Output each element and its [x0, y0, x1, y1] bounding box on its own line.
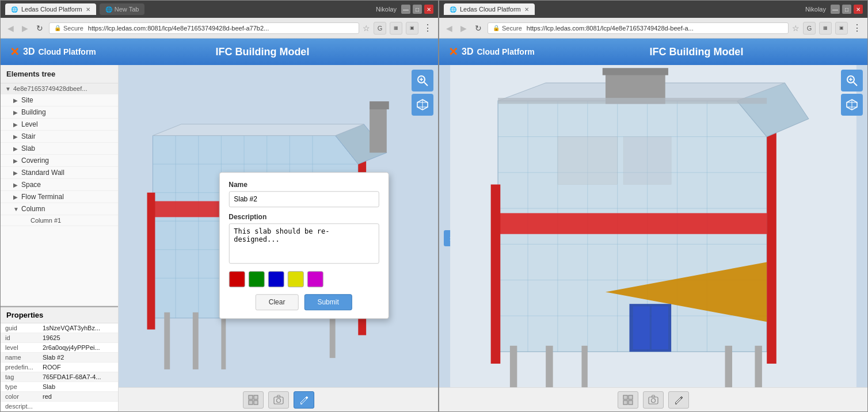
left-app-header: ✕ 3D Cloud Platform IFC Building Model	[1, 39, 438, 65]
name-input[interactable]	[229, 191, 379, 207]
properties-header: Properties	[1, 306, 118, 323]
right-ext-btn-2[interactable]: ▦	[819, 22, 832, 35]
left-3d-view-btn[interactable]	[412, 94, 433, 116]
left-forward-btn[interactable]: ▶	[20, 22, 31, 34]
tree-item-building[interactable]: ▶ Building	[1, 106, 118, 119]
tree-item-covering[interactable]: ▶ Covering	[1, 155, 118, 167]
edit-btn[interactable]	[294, 391, 314, 409]
clear-button[interactable]: Clear	[256, 294, 299, 310]
right-back-btn[interactable]: ◀	[444, 22, 455, 34]
submit-button[interactable]: Submit	[304, 294, 352, 310]
right-tab-close[interactable]: ✕	[524, 6, 529, 13]
camera-btn[interactable]	[268, 391, 289, 409]
left-refresh-btn[interactable]: ↻	[34, 22, 45, 34]
svg-line-30	[424, 82, 428, 86]
right-close-btn[interactable]: ✕	[854, 5, 863, 14]
svg-marker-43	[277, 395, 280, 397]
right-browser-tab[interactable]: 🌐 Ledas Cloud Platform ✕	[444, 3, 535, 15]
tree-item-flow-terminal[interactable]: ▶ Flow Terminal	[1, 191, 118, 203]
left-bookmark-btn[interactable]: ☆	[363, 24, 370, 33]
right-grid-view-btn[interactable]	[618, 391, 638, 409]
right-ext-btn-3[interactable]: ▣	[835, 22, 848, 35]
right-refresh-btn[interactable]: ↻	[473, 22, 484, 34]
left-logo-text: Cloud Platform	[38, 47, 96, 56]
right-3d-viewport[interactable]: »	[439, 65, 867, 411]
right-menu-btn[interactable]: ⋮	[851, 21, 863, 35]
left-app-title: IFC Building Model	[96, 46, 429, 58]
left-back-btn[interactable]: ◀	[5, 22, 16, 34]
right-forward-btn[interactable]: ▶	[458, 22, 469, 34]
left-viewport-controls	[412, 70, 433, 116]
color-swatch-yellow[interactable]	[287, 271, 303, 287]
right-minimize-btn[interactable]: —	[831, 5, 840, 14]
svg-rect-28	[370, 101, 389, 109]
left-bottom-toolbar	[119, 387, 438, 411]
right-browser-window: 🌐 Ledas Cloud Platform ✕ Nikolay — □ ✕ ◀…	[439, 0, 868, 412]
left-tab-close[interactable]: ✕	[86, 6, 90, 13]
left-ext-btn-g[interactable]: G	[374, 22, 386, 35]
color-swatch-red[interactable]	[229, 271, 245, 287]
color-swatch-green[interactable]	[248, 271, 264, 287]
tree-item-level[interactable]: ▶ Level	[1, 119, 118, 131]
left-menu-btn[interactable]: ⋮	[422, 21, 433, 35]
elements-tree[interactable]: ▼ 4e8e71653749428dbeef... ▶ Site ▶ Build…	[1, 83, 118, 306]
color-swatch-blue[interactable]	[268, 271, 284, 287]
left-ext-btn-3[interactable]: ▣	[406, 22, 418, 35]
right-ext-btn-g[interactable]: G	[803, 22, 816, 35]
zoom-icon	[416, 74, 429, 87]
left-browser-tab[interactable]: 🌐 Ledas Cloud Platform ✕	[5, 3, 96, 15]
prop-key-predefin: predefin...	[5, 364, 43, 371]
right-camera-btn[interactable]	[643, 391, 664, 409]
left-close-btn[interactable]: ✕	[424, 5, 433, 14]
prop-key-descript: descript...	[5, 403, 43, 410]
prop-row-descript: descript...	[1, 402, 118, 411]
svg-rect-19	[147, 193, 155, 330]
right-zoom-fit-btn[interactable]	[841, 70, 863, 91]
right-3d-view-btn[interactable]	[841, 94, 863, 116]
prop-key-color: color	[5, 393, 43, 400]
prop-row-level: level 2r6a0oqyj4yPPPei...	[1, 343, 118, 353]
grid-view-btn[interactable]	[243, 391, 264, 409]
right-building-3d-model	[439, 65, 867, 411]
prop-val-color: red	[43, 393, 52, 400]
right-camera-icon	[648, 395, 658, 405]
left-3d-viewport[interactable]: Name Description This slab should be re-…	[119, 65, 438, 411]
color-swatch-magenta[interactable]	[307, 271, 323, 287]
svg-rect-40	[254, 400, 258, 405]
space-label: Space	[21, 181, 41, 189]
right-maximize-btn[interactable]: □	[842, 5, 851, 14]
tree-item-column[interactable]: ▼ Column	[1, 203, 118, 215]
right-edit-btn[interactable]	[668, 391, 689, 409]
tree-item-space[interactable]: ▶ Space	[1, 179, 118, 191]
prop-key-guid: guid	[5, 325, 43, 331]
tree-root-node[interactable]: ▼ 4e8e71653749428dbeef...	[1, 83, 118, 94]
description-textarea[interactable]: This slab should be re-designed...	[229, 223, 379, 264]
tree-item-standard-wall[interactable]: ▶ Standard Wall	[1, 167, 118, 179]
left-logo-3d: 3D	[23, 47, 35, 57]
tree-item-site[interactable]: ▶ Site	[1, 94, 118, 106]
right-bookmark-btn[interactable]: ☆	[792, 24, 800, 33]
left-sidebar: Elements tree ▼ 4e8e71653749428dbeef... …	[1, 65, 119, 411]
prop-row-predefin: predefin... ROOF	[1, 363, 118, 372]
level-arrow-icon: ▶	[13, 121, 21, 128]
tree-item-column-1[interactable]: ▶ Column #1	[1, 215, 118, 226]
left-ext-btn-2[interactable]: ▦	[390, 22, 402, 35]
right-app-title: IFC Building Model	[535, 46, 858, 58]
covering-arrow-icon: ▶	[13, 158, 21, 164]
site-arrow-icon: ▶	[13, 97, 21, 104]
left-address-bar: ◀ ▶ ↻ 🔒 Secure https://lcp.ledas.com:808…	[1, 18, 438, 39]
right-address-input[interactable]: 🔒 Secure https://lcp.ledas.com:8081/lcp/…	[488, 22, 789, 34]
right-tab-label: Ledas Cloud Platform	[460, 6, 521, 13]
left-minimize-btn[interactable]: —	[401, 5, 410, 14]
tree-item-stair[interactable]: ▶ Stair	[1, 131, 118, 143]
left-zoom-fit-btn[interactable]	[412, 70, 433, 91]
column-label: Column	[21, 205, 45, 213]
edit-icon	[299, 395, 309, 405]
svg-rect-23	[164, 312, 170, 369]
prop-val-level: 2r6a0oqyj4yPPPei...	[43, 344, 100, 351]
svg-rect-88	[629, 395, 633, 399]
left-address-input[interactable]: 🔒 Secure https://lcp.ledas.com:8081/lcp/…	[49, 22, 359, 34]
left-maximize-btn[interactable]: □	[413, 5, 422, 14]
tree-item-slab[interactable]: ▶ Slab	[1, 143, 118, 155]
right-app-logo: ✕ 3D Cloud Platform	[448, 45, 535, 59]
